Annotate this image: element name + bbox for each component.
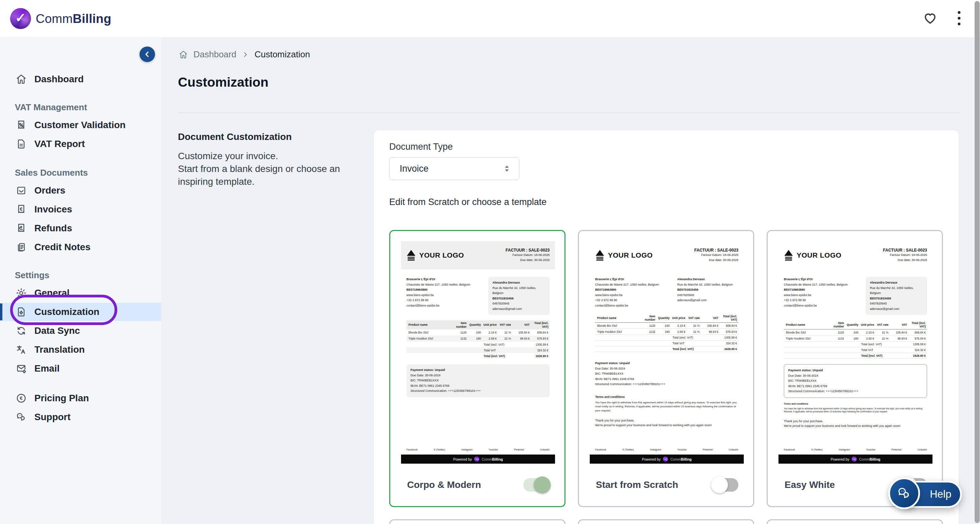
sidebar-section-sales-documents: Sales Documents xyxy=(0,166,161,179)
col-header: Item number xyxy=(451,321,467,328)
sidebar-item-vat-report[interactable]: VAT Report xyxy=(0,135,161,153)
sidebar-item-data-sync[interactable]: Data Sync xyxy=(0,322,161,340)
buyer-vat: BE0701833456 xyxy=(678,287,738,293)
total-label: Total (excl. VAT) xyxy=(484,343,524,346)
payment-status: Payment status: Unpaid xyxy=(788,368,923,373)
document-type-select[interactable]: Invoice xyxy=(389,157,519,180)
cell: 21 % xyxy=(874,331,889,334)
section-heading: Document Customization xyxy=(178,132,292,142)
invoice-logo-text: YOUR LOGO xyxy=(419,251,464,259)
chevron-left-icon xyxy=(143,50,152,59)
social-facebook: Facebook xyxy=(784,448,795,451)
cell: 99.93 € xyxy=(888,337,907,340)
sidebar-item-support[interactable]: Support xyxy=(0,408,161,426)
sidebar-item-general[interactable]: General xyxy=(0,284,161,302)
title-divider xyxy=(178,113,959,113)
sidebar-item-email[interactable]: Email xyxy=(0,360,161,377)
template-card-partial[interactable] xyxy=(767,519,943,524)
inbox-icon xyxy=(16,185,27,196)
sidebar-item-label: Translation xyxy=(34,344,84,355)
sidebar-item-label: Credit Notes xyxy=(34,242,90,253)
powered-by-text: Powered by xyxy=(831,457,849,461)
triangle-logo-icon xyxy=(595,250,605,261)
total-label: Total (excl. VAT) xyxy=(861,342,902,346)
invoice-seller-block: Brasserie L'Épi d'Or Chaussée de Wavre 2… xyxy=(406,277,488,315)
invoice-row: Triple Houblon 33cl 1132 180 2.65 € 21 %… xyxy=(595,329,738,335)
cell: 99.93 € xyxy=(511,337,530,340)
sidebar-item-orders[interactable]: Orders xyxy=(0,182,161,200)
template-card-partial[interactable] xyxy=(389,519,565,524)
invoice-logo-text: YOUR LOGO xyxy=(608,251,653,259)
invoice-thanks: Thank you for your purchase. We're proud… xyxy=(595,418,738,428)
invoice-total-row: Total (incl. VAT) 1629.90 € xyxy=(784,353,927,359)
template-toggle[interactable] xyxy=(523,478,550,492)
total-value: 324.32 € xyxy=(902,348,928,352)
help-chat-icon[interactable] xyxy=(888,478,920,509)
invoice-total-row: Total (excl. VAT) 1305.58 € xyxy=(595,335,738,341)
invoice-parties: Brasserie L'Épi d'Or Chaussée de Wavre 2… xyxy=(590,277,744,308)
sidebar-item-customization[interactable]: Customization xyxy=(0,303,161,321)
template-row-2-partial xyxy=(389,519,943,524)
cell: 180 xyxy=(844,337,859,340)
invoice-header: YOUR LOGO FACTUUR : SALE-0023 Factuur Da… xyxy=(778,241,932,269)
scrollbar-thumb[interactable] xyxy=(975,1,980,523)
template-toggle[interactable] xyxy=(712,478,738,492)
template-card-easy-white[interactable]: YOUR LOGO FACTUUR : SALE-0023 Factuur Da… xyxy=(767,230,943,507)
template-card-corpo-modern[interactable]: YOUR LOGO FACTUUR : SALE-0023 Factuur Da… xyxy=(389,230,565,507)
envelope-gear-icon xyxy=(16,363,27,374)
sidebar-item-pricing-plan[interactable]: € Pricing Plan xyxy=(0,389,161,407)
payment-status: Payment status: Unpaid xyxy=(595,361,738,366)
cell: 609.84 € xyxy=(719,324,739,327)
sidebar-item-refunds[interactable]: Refunds xyxy=(0,219,161,237)
invoice-total-row: Total VAT 324.32 € xyxy=(595,341,738,346)
sidebar-item-label: Pricing Plan xyxy=(34,393,89,404)
social-x-twitter: X (Twitter) xyxy=(434,448,445,451)
invoice-number: FACTUUR : SALE-0023 xyxy=(694,248,738,253)
favorites-heart-icon[interactable] xyxy=(922,10,938,26)
total-value: 1305.58 € xyxy=(713,336,739,339)
active-indicator-bar xyxy=(0,303,2,320)
invoice-thumbnail: YOUR LOGO FACTUUR : SALE-0023 Factuur Da… xyxy=(401,241,555,463)
invoice-meta: FACTUUR : SALE-0023 Factuur Datum: 18-06… xyxy=(883,248,927,263)
help-label: Help xyxy=(930,488,951,500)
total-value: 1629.90 € xyxy=(902,354,928,357)
payment-structured-communication: Structured Communication: +++123/4567/89… xyxy=(788,389,923,394)
sidebar-item-customer-validation[interactable]: Customer Validation xyxy=(0,116,161,134)
sidebar-item-dashboard[interactable]: Dashboard xyxy=(0,70,161,88)
powered-brand: CommBilling xyxy=(670,457,692,461)
kebab-menu-icon[interactable] xyxy=(951,10,967,26)
social-facebook: Facebook xyxy=(595,448,606,451)
sidebar-collapse-button[interactable] xyxy=(140,46,155,62)
invoice-thumbnail: YOUR LOGO FACTUUR : SALE-0023 Factuur Da… xyxy=(778,241,932,463)
sidebar-item-label: Refunds xyxy=(34,223,72,234)
buyer-email: adervaux@gmail.com xyxy=(492,306,546,312)
sidebar: Dashboard VAT Management Customer Valida… xyxy=(0,38,161,524)
invoice-row: Triple Houblon 33cl 1132 180 2.65 € 21 %… xyxy=(406,336,550,342)
breadcrumb-dashboard-link[interactable]: Dashboard xyxy=(193,49,236,60)
social-x-twitter: X (Twitter) xyxy=(622,448,634,451)
cell: 1120 xyxy=(828,331,844,334)
invoice-row: Blonde Bio 33cl 1120 240 2.10 € 21 % 105… xyxy=(406,330,550,336)
sidebar-item-credit-notes[interactable]: Credit Notes xyxy=(0,238,161,256)
invoice-total-row: Total (incl. VAT) 1629.90 € xyxy=(406,353,550,359)
breadcrumb-home-icon[interactable] xyxy=(178,50,188,59)
templates-subtitle: Edit from Scratch or choose a template xyxy=(389,197,547,207)
sidebar-item-translation[interactable]: Translation xyxy=(0,341,161,359)
social-instagram: Instagram xyxy=(839,448,850,451)
translate-icon xyxy=(16,344,27,355)
social-pinterest: Pinterest xyxy=(514,448,524,451)
euro-circle-icon: € xyxy=(16,392,27,404)
gear-icon xyxy=(16,287,27,299)
payment-status: Payment status: Unpaid xyxy=(410,368,546,373)
sidebar-item-label: Support xyxy=(34,412,70,422)
invoice-total-row: Total (excl. VAT) 1305.58 € xyxy=(784,342,927,347)
sidebar-item-invoices[interactable]: € Invoices xyxy=(0,200,161,218)
template-card-start-from-scratch[interactable]: YOUR LOGO FACTUUR : SALE-0023 Factuur Da… xyxy=(578,230,754,507)
col-header: Total (incl. VAT) xyxy=(907,321,928,328)
triangle-logo-icon xyxy=(784,250,793,261)
page-scrollbar[interactable] xyxy=(974,0,980,524)
template-card-partial[interactable] xyxy=(578,519,754,524)
invoice-buyer-block: Alexandra Dervaux Rue du Marché 42, 1050… xyxy=(866,277,927,315)
seller-name: Brasserie L'Épi d'Or xyxy=(595,277,678,282)
sidebar-item-label: Email xyxy=(34,363,60,374)
